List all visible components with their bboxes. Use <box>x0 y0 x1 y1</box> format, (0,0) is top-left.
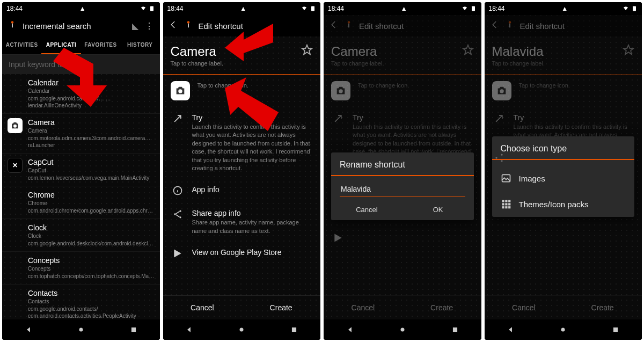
back-button[interactable] <box>169 20 178 32</box>
tab-applications[interactable]: APPLICATI <box>41 37 80 54</box>
wifi-icon <box>140 5 147 12</box>
button-bar: Cancel Create <box>163 295 321 319</box>
app-bar: Edit shortcut <box>163 15 321 37</box>
nav-back-icon[interactable] <box>25 326 32 333</box>
phone-2: 18:44▲ Edit shortcut Camera Tap to chang… <box>163 2 321 340</box>
svg-point-10 <box>174 214 175 215</box>
svg-rect-31 <box>505 200 507 202</box>
play-label: View on Google Play Store <box>192 248 313 257</box>
images-icon <box>501 173 511 184</box>
tap-icon-hint: Tap to change icon. <box>197 82 313 89</box>
item-activity: com.lemon.lvoverseas/com.vega.main.MainA… <box>28 174 155 181</box>
item-sub: Concepts <box>28 265 155 272</box>
status-time: 18:44 <box>6 5 23 12</box>
tab-history[interactable]: HISTORY <box>120 37 159 54</box>
create-button[interactable]: Create <box>241 296 320 319</box>
rename-input[interactable]: Malavida <box>340 181 465 197</box>
try-label: Try <box>192 113 313 122</box>
svg-point-12 <box>179 217 181 219</box>
item-title: Chrome <box>28 191 155 199</box>
camera-icon[interactable] <box>171 81 190 100</box>
cancel-button[interactable]: Cancel <box>163 296 242 319</box>
svg-point-42 <box>561 328 565 332</box>
status-time: 18:44 <box>167 5 184 12</box>
play-store-row[interactable]: View on Google Play Store <box>163 242 321 265</box>
phone-4: 18:44▲ Edit shortcut MalavidaTap to chan… <box>485 2 642 340</box>
svg-point-1 <box>11 21 14 24</box>
tap-label-hint: Tap to change label. <box>171 60 302 67</box>
svg-rect-25 <box>452 328 457 332</box>
item-title: Contacts <box>28 289 155 297</box>
svg-point-2 <box>13 125 17 128</box>
list-item[interactable]: ConceptsConceptscom.tophatch.concepts/co… <box>2 252 160 285</box>
icon-type-dialog: Choose icon type Images Themes/Icon pack… <box>492 136 635 217</box>
item-activity: com.google.android.contacts/ com.android… <box>28 305 155 319</box>
overflow-menu[interactable]: ⋮ <box>144 21 155 31</box>
item-title: Concepts <box>28 256 155 265</box>
change-icon-row[interactable]: Tap to change icon. <box>163 75 321 107</box>
battery-icon <box>149 5 155 12</box>
dialog-ok-button[interactable]: OK <box>402 199 474 220</box>
svg-point-28 <box>500 89 503 93</box>
svg-point-11 <box>179 210 181 212</box>
svg-rect-0 <box>150 6 153 11</box>
nav-recent-icon[interactable] <box>130 326 137 333</box>
shortcut-header[interactable]: Camera Tap to change label. <box>163 37 321 72</box>
dialog-cancel-button[interactable]: Cancel <box>331 199 402 220</box>
svg-point-13 <box>240 328 244 332</box>
app-info-label: App info <box>192 185 313 194</box>
app-list: CalendarCalendarcom.google.android.calen… <box>2 74 160 319</box>
nav-bar <box>2 319 160 340</box>
rename-dialog: Rename shortcut Malavida Cancel OK <box>331 152 474 220</box>
search-input[interactable]: Input keyword to filter <box>2 55 160 74</box>
try-icon <box>171 113 185 124</box>
svg-point-24 <box>400 328 404 332</box>
star-icon[interactable] <box>301 44 313 56</box>
try-row[interactable]: Try Launch this activity to confirm this… <box>163 107 321 179</box>
svg-rect-14 <box>292 328 296 332</box>
try-desc: Launch this activity to confirm this act… <box>192 123 313 172</box>
svg-rect-34 <box>505 203 507 205</box>
item-sub: Contacts <box>28 298 155 305</box>
svg-rect-17 <box>472 6 475 11</box>
item-title: Calendar <box>28 78 155 87</box>
nav-home-icon[interactable] <box>77 326 85 333</box>
svg-rect-37 <box>505 206 507 208</box>
tab-favorites[interactable]: FAVORITES <box>81 37 120 54</box>
list-item[interactable]: CameraCameracom.motorola.odm.camera3/com… <box>2 114 160 154</box>
item-sub: Clock <box>28 232 155 239</box>
item-activity: com.android.chrome/com.google.android.ap… <box>28 207 155 214</box>
list-item[interactable]: ✕CapCutCapCutcom.lemon.lvoverseas/com.ve… <box>2 154 160 186</box>
tab-bar: ACTIVITIES APPLICATI FAVORITES HISTORY <box>2 37 160 55</box>
item-title: Clock <box>28 223 155 232</box>
item-sub: CapCut <box>28 167 155 174</box>
info-icon <box>171 185 185 196</box>
svg-point-19 <box>339 89 342 93</box>
shortcut-title[interactable]: Camera <box>171 44 302 59</box>
list-item[interactable]: CalendarCalendarcom.google.android.calen… <box>2 74 160 114</box>
svg-rect-33 <box>502 203 504 205</box>
status-bar: 18:44▲ <box>163 2 321 15</box>
option-images[interactable]: Images <box>492 165 635 191</box>
list-item[interactable]: ChromeChromecom.android.chrome/com.googl… <box>2 186 160 219</box>
item-sub: Chrome <box>28 200 155 207</box>
share-row[interactable]: Share app info Share app name, activity … <box>163 202 321 242</box>
app-info-row[interactable]: App info <box>163 179 321 202</box>
option-icon-packs[interactable]: Themes/Icon packs <box>492 191 635 217</box>
status-bar: 18:44 ▲ <box>2 2 160 15</box>
tab-activities[interactable]: ACTIVITIES <box>2 37 41 54</box>
item-sub: Camera <box>28 127 155 134</box>
share-desc: Share app name, activity name, package n… <box>192 219 313 235</box>
share-label: Share app info <box>192 209 313 217</box>
dialog-title: Choose icon type <box>492 136 635 159</box>
item-activity: com.motorola.odm.camera3/com.android.cam… <box>28 135 155 149</box>
svg-point-27 <box>508 21 511 24</box>
svg-rect-26 <box>633 6 636 11</box>
grid-icon <box>501 199 511 209</box>
svg-rect-35 <box>508 203 510 205</box>
app-bar: Incremental search ◣ ⋮ <box>2 15 160 37</box>
dropdown-icon[interactable]: ◣ <box>132 21 138 31</box>
svg-rect-32 <box>508 200 510 202</box>
list-item[interactable]: ClockClockcom.google.android.deskclock/c… <box>2 219 160 252</box>
list-item[interactable]: ContactsContactscom.google.android.conta… <box>2 285 160 319</box>
